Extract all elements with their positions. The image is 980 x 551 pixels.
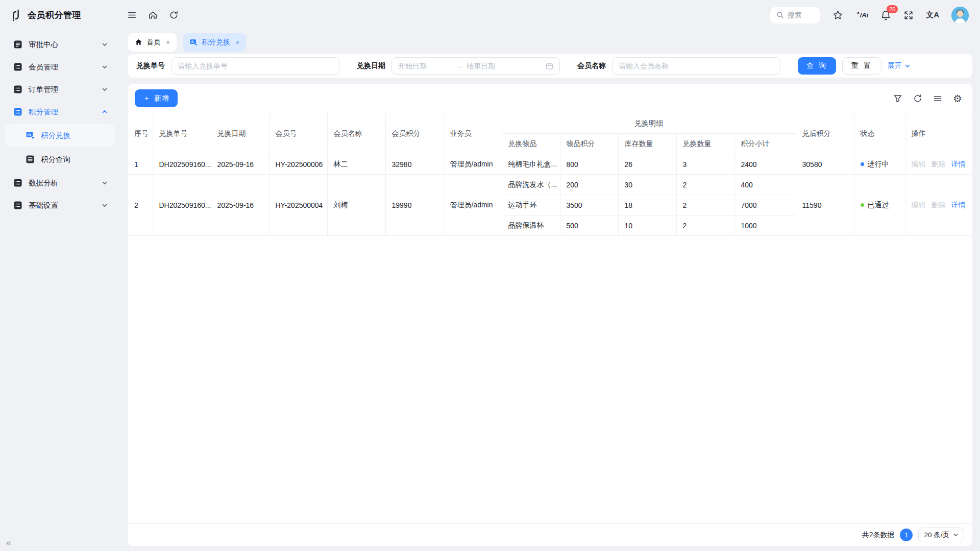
favorite-star-icon[interactable] xyxy=(832,10,843,20)
cell-date: 2025-09-16 xyxy=(211,154,269,175)
chevron-down-icon xyxy=(102,202,108,208)
basic-settings-icon xyxy=(13,201,22,210)
approval-center-icon xyxy=(13,40,22,49)
app-title: 会员积分管理 xyxy=(28,9,81,21)
add-button[interactable]: ＋ 新增 xyxy=(135,89,178,107)
cell-date: 2025-09-16 xyxy=(211,175,269,236)
sidebar-item-points-exchange[interactable]: 积分兑换 xyxy=(5,124,115,147)
col-group-details: 兑换明细 xyxy=(502,113,796,134)
points-exchange-icon xyxy=(26,131,35,140)
col-header-item: 兑换物品 xyxy=(502,134,560,154)
table-refresh-icon[interactable] xyxy=(913,94,922,103)
tab-home[interactable]: 首页 × xyxy=(128,33,177,52)
chevron-down-icon xyxy=(102,64,108,70)
cell-salesman: 管理员/admin xyxy=(444,154,502,175)
cell-actions: 编辑删除详情 xyxy=(905,175,972,236)
cell-member-no: HY-202500006 xyxy=(269,154,327,175)
logo-area: 会员积分管理 xyxy=(0,9,120,22)
col-header-member-points: 会员积分 xyxy=(385,113,444,154)
table-toolbar: ＋ 新增 ⚙ xyxy=(128,84,972,113)
col-header-subtotal: 积分小计 xyxy=(734,134,796,154)
order-no-input[interactable] xyxy=(171,57,339,75)
notification-badge: 25 xyxy=(887,5,898,13)
sidebar-item-approval-center[interactable]: 审批中心 xyxy=(4,33,116,56)
table-row: 2 DH202509160... 2025-09-16 HY-202500004… xyxy=(128,175,972,195)
sidebar-item-order-management[interactable]: 订单管理 xyxy=(4,78,116,101)
cell-index: 2 xyxy=(128,175,153,236)
sidebar-item-member-management[interactable]: 会员管理 xyxy=(4,56,116,78)
order-management-icon xyxy=(13,85,22,94)
tab-bar: 首页 × 积分兑换 × xyxy=(128,30,972,54)
sidebar-collapse-button[interactable]: « xyxy=(6,538,11,548)
sidebar-item-points-query[interactable]: 积分查询 xyxy=(5,148,115,171)
col-header-qty: 兑换数量 xyxy=(676,134,734,154)
col-header-status: 状态 xyxy=(854,113,905,154)
delete-action[interactable]: 删除 xyxy=(932,160,946,168)
close-icon[interactable]: × xyxy=(165,38,170,46)
cell-subtotal: 7000 xyxy=(734,195,796,215)
language-translate-icon[interactable]: 文A xyxy=(926,10,939,20)
member-name-input[interactable] xyxy=(612,57,780,75)
page-number-button[interactable]: 1 xyxy=(900,529,913,541)
cell-item: 纯棉毛巾礼盒... xyxy=(502,154,560,175)
col-header-member-no: 会员号 xyxy=(269,113,327,154)
cell-item-points: 500 xyxy=(560,215,618,236)
cell-qty: 2 xyxy=(676,195,734,215)
start-date-input[interactable] xyxy=(398,62,451,70)
date-range-picker[interactable]: → xyxy=(391,57,560,75)
date-range-arrow: → xyxy=(455,62,462,70)
cell-status: 进行中 xyxy=(854,154,905,175)
cell-qty: 3 xyxy=(676,154,734,175)
cell-item-points: 200 xyxy=(560,175,618,195)
home-icon[interactable] xyxy=(148,10,158,20)
cell-member-points: 19990 xyxy=(385,175,444,236)
expand-filters-button[interactable]: 展开 xyxy=(888,61,911,70)
status-badge: 已通过 xyxy=(868,201,889,210)
global-search-input[interactable]: 搜索 xyxy=(770,7,820,23)
detail-action[interactable]: 详情 xyxy=(951,201,966,209)
filter-funnel-icon[interactable] xyxy=(893,94,902,103)
tab-points-exchange[interactable]: 积分兑换 × xyxy=(183,33,246,52)
close-icon[interactable]: × xyxy=(234,38,239,46)
edit-action[interactable]: 编辑 xyxy=(912,201,926,209)
sidebar-item-points-management[interactable]: 积分管理 xyxy=(4,101,116,123)
cell-member-no: HY-202500004 xyxy=(269,175,327,236)
refresh-icon[interactable] xyxy=(169,10,179,20)
column-settings-gear-icon[interactable]: ⚙ xyxy=(953,93,962,104)
app-header: 会员积分管理 搜索 ✦/Ai 25 文A xyxy=(0,0,980,30)
calendar-icon xyxy=(546,62,553,70)
col-header-date: 兑换日期 xyxy=(211,113,269,154)
table-card: ＋ 新增 ⚙ xyxy=(128,84,972,546)
sidebar-item-data-analysis[interactable]: 数据分析 xyxy=(4,172,116,194)
search-placeholder: 搜索 xyxy=(788,11,801,20)
user-avatar[interactable] xyxy=(951,7,969,24)
order-no-label: 兑换单号 xyxy=(136,61,165,70)
table-row: 1 DH202509160... 2025-09-16 HY-202500006… xyxy=(128,154,972,175)
notification-bell-icon[interactable]: 25 xyxy=(880,10,891,20)
delete-action[interactable]: 删除 xyxy=(932,201,946,209)
detail-action[interactable]: 详情 xyxy=(951,160,966,168)
page-size-select[interactable]: 20 条/页 xyxy=(918,528,964,542)
app-logo-icon xyxy=(9,9,22,22)
cell-actions: 编辑删除详情 xyxy=(905,154,972,175)
edit-action[interactable]: 编辑 xyxy=(912,160,926,168)
cell-stock: 10 xyxy=(618,215,676,236)
row-density-icon[interactable] xyxy=(933,94,942,103)
cell-subtotal: 1000 xyxy=(734,215,796,236)
col-header-item-points: 物品积分 xyxy=(560,134,618,154)
cell-order-no: DH202509160... xyxy=(153,154,211,175)
ai-assistant-icon[interactable]: ✦/Ai xyxy=(855,11,868,19)
reset-button[interactable]: 重 置 xyxy=(842,57,881,75)
sidebar-toggle-icon[interactable] xyxy=(127,10,137,20)
fullscreen-icon[interactable] xyxy=(903,10,914,20)
end-date-input[interactable] xyxy=(467,62,520,70)
status-dot xyxy=(861,203,864,207)
query-button[interactable]: 查 询 xyxy=(798,57,836,75)
filter-bar: 兑换单号 兑换日期 → 会员名称 查 询 重 置 展开 xyxy=(128,54,972,78)
data-analysis-icon xyxy=(13,178,22,187)
cell-index: 1 xyxy=(128,154,153,175)
search-icon xyxy=(776,11,784,19)
chevron-down-icon xyxy=(102,180,108,186)
sidebar-item-basic-settings[interactable]: 基础设置 xyxy=(4,194,116,217)
plus-icon: ＋ xyxy=(143,94,151,103)
